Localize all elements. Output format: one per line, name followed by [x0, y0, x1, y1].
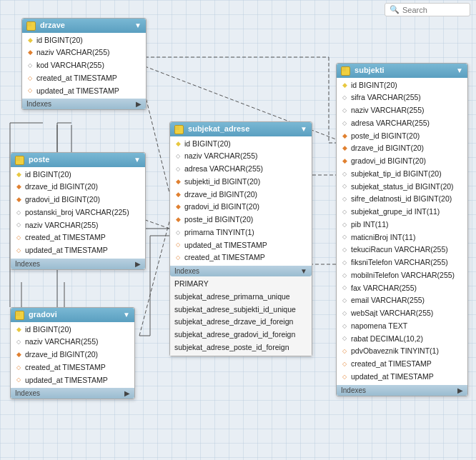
diamond-orange-icon: ◇ — [26, 75, 34, 82]
field-text: drzave_id BIGINT(20) — [351, 143, 424, 154]
table-row: ◆id BIGINT(20) — [22, 34, 146, 47]
table-row: ◆drzave_id BIGINT(20) — [337, 142, 467, 155]
field-text: drzave_id BIGINT(20) — [25, 349, 98, 361]
field-text: updated_at TIMESTAMP — [184, 240, 267, 251]
fk-icon: ◆ — [15, 351, 22, 359]
table-row: ◇webSajt VARCHAR(255) — [337, 307, 467, 320]
search-input[interactable] — [402, 6, 467, 14]
table-row: ◇naziv VARCHAR(255) — [11, 219, 145, 232]
table-header-subjekat-adrese[interactable]: subjekat_adrese ▼ — [170, 122, 312, 136]
diamond-icon: ◇ — [15, 209, 22, 216]
field-text: adresa VARCHAR(255) — [351, 118, 430, 129]
table-poste: poste ▼ ◆id BIGINT(20) ◆drzave_id BIGINT… — [10, 152, 146, 270]
diamond-orange-icon: ◇ — [15, 364, 22, 371]
field-text: poste_id BIGINT(20) — [184, 214, 253, 226]
footer-arrow-sa: ▼ — [300, 267, 307, 275]
fk-icon: ◆ — [26, 49, 34, 56]
table-footer-drzave[interactable]: Indexes ▶ — [22, 99, 146, 109]
field-text: naziv VARCHAR(255) — [351, 105, 425, 116]
field-text: naziv VARCHAR(255) — [36, 47, 110, 59]
table-row: ◇postanski_broj VARCHAR(225) — [11, 206, 145, 219]
table-name-gradovi: gradovi — [29, 310, 57, 319]
index-text: subjekat_adrese_drzave_id_foreign — [174, 316, 293, 328]
diamond-orange-icon: ◇ — [174, 241, 182, 249]
footer-label-drzave: Indexes — [26, 100, 51, 108]
table-footer-subjekat-adrese-header[interactable]: Indexes ▼ — [170, 266, 312, 276]
field-text: id BIGINT(20) — [25, 324, 71, 336]
field-text: id BIGINT(20) — [36, 35, 83, 46]
footer-label-poste: Indexes — [15, 260, 40, 268]
index-text: subjekat_adrese_gradovi_id_foreign — [174, 329, 295, 341]
field-text: pib INT(11) — [351, 219, 389, 231]
diamond-icon: ◇ — [341, 221, 348, 229]
table-body-subjekat-adrese: ◆id BIGINT(20) ◇naziv VARCHAR(255) ◇adre… — [170, 136, 312, 266]
field-text: naziv VARCHAR(255) — [25, 336, 99, 348]
field-text: drzave_id BIGINT(20) — [184, 189, 257, 201]
table-header-gradovi[interactable]: gradovi ▼ — [11, 308, 134, 322]
table-row: ◆id BIGINT(20) — [170, 138, 312, 151]
table-drzave: drzave ▼ ◆id BIGINT(20) ◆naziv VARCHAR(2… — [21, 18, 147, 110]
table-footer-gradovi[interactable]: Indexes ▶ — [11, 388, 134, 399]
table-body-poste: ◆id BIGINT(20) ◆drzave_id BIGINT(20) ◆gr… — [11, 167, 145, 259]
table-row: ◇subjekat_status_id BIGINT(20) — [337, 181, 467, 194]
field-text: naziv VARCHAR(255) — [184, 151, 258, 162]
table-footer-subjekti[interactable]: Indexes ▶ — [337, 385, 467, 396]
field-text: drzave_id BIGINT(20) — [25, 181, 98, 193]
field-text: sifre_delatnosti_id BIGINT(20) — [351, 194, 452, 205]
diamond-icon: ◇ — [341, 234, 348, 241]
table-body-drzave: ◆id BIGINT(20) ◆naziv VARCHAR(255) ◇kod … — [22, 33, 146, 99]
field-text: sifra VARCHAR(255) — [351, 92, 421, 104]
table-name-drzave: drzave — [40, 21, 65, 29]
field-text: email VARCHAR(255) — [351, 295, 425, 306]
table-name-poste: poste — [29, 155, 49, 164]
table-subjekti: subjekti ▼ ◆id BIGINT(20) ◇sifra VARCHAR… — [336, 63, 468, 396]
diamond-orange-icon: ◇ — [26, 87, 34, 94]
table-row: ◆gradovi_id BIGINT(20) — [170, 201, 312, 214]
table-row: ◆poste_id BIGINT(20) — [170, 214, 312, 226]
field-text: id BIGINT(20) — [25, 169, 71, 181]
table-arrow-drzave[interactable]: ▼ — [134, 21, 142, 29]
pk-icon: ◆ — [341, 81, 348, 89]
fk-icon: ◆ — [15, 196, 22, 204]
footer-arrow-subjekti: ▶ — [457, 386, 463, 394]
footer-arrow-gradovi: ▶ — [124, 389, 130, 397]
pk-icon: ◆ — [15, 171, 22, 178]
table-row: ◇updated_at TIMESTAMP — [11, 374, 134, 387]
search-bar[interactable]: 🔍 — [385, 3, 470, 16]
diamond-icon: ◇ — [174, 153, 182, 160]
table-body-subjekti: ◆id BIGINT(20) ◇sifra VARCHAR(255) ◇nazi… — [337, 78, 467, 385]
table-body-gradovi: ◆id BIGINT(20) ◇naziv VARCHAR(255) ◆drza… — [11, 322, 134, 389]
field-text: kod VARCHAR(255) — [36, 60, 104, 71]
table-row: ◇maticniBroj INT(11) — [337, 231, 467, 244]
table-header-drzave[interactable]: drzave ▼ — [22, 19, 146, 33]
table-footer-poste[interactable]: Indexes ▶ — [11, 259, 145, 269]
table-icon-subjekti — [341, 66, 350, 76]
footer-indexes-label: Indexes — [174, 267, 199, 275]
field-text: updated_at TIMESTAMP — [25, 375, 108, 386]
index-text: subjekat_adrese_subjekti_id_unique — [174, 304, 296, 316]
table-row: ◇created_at TIMESTAMP — [11, 231, 145, 244]
field-text: subjekat_grupe_id INT(11) — [351, 206, 440, 218]
table-arrow-subjekat-adrese[interactable]: ▼ — [300, 125, 307, 133]
field-text: adresa VARCHAR(255) — [184, 164, 263, 175]
table-arrow-subjekti[interactable]: ▼ — [456, 66, 463, 74]
table-header-subjekti[interactable]: subjekti ▼ — [337, 64, 467, 78]
fk-icon: ◆ — [15, 184, 22, 191]
field-text: id BIGINT(20) — [351, 80, 397, 91]
table-row: ◇rabat DECIMAL(10,2) — [337, 333, 467, 346]
table-arrow-poste[interactable]: ▼ — [134, 156, 141, 164]
diamond-orange-icon: ◇ — [15, 247, 22, 254]
diamond-icon: ◇ — [341, 310, 348, 317]
table-icon-drzave — [26, 21, 36, 31]
diamond-icon: ◇ — [341, 335, 348, 342]
field-text: naziv VARCHAR(255) — [25, 220, 99, 231]
pk-icon: ◆ — [15, 326, 22, 333]
table-arrow-gradovi[interactable]: ▼ — [123, 311, 130, 319]
field-text: subjekat_status_id BIGINT(20) — [351, 181, 454, 193]
table-icon-gradovi — [15, 311, 24, 320]
table-header-poste[interactable]: poste ▼ — [11, 153, 145, 167]
index-row: subjekat_adrese_subjekti_id_unique — [170, 304, 312, 316]
table-name-subjekat-adrese: subjekat_adrese — [188, 124, 249, 133]
table-row: ◇subjekat_tip_id BIGINT(20) — [337, 168, 467, 181]
table-row: ◇napomena TEXT — [337, 320, 467, 333]
